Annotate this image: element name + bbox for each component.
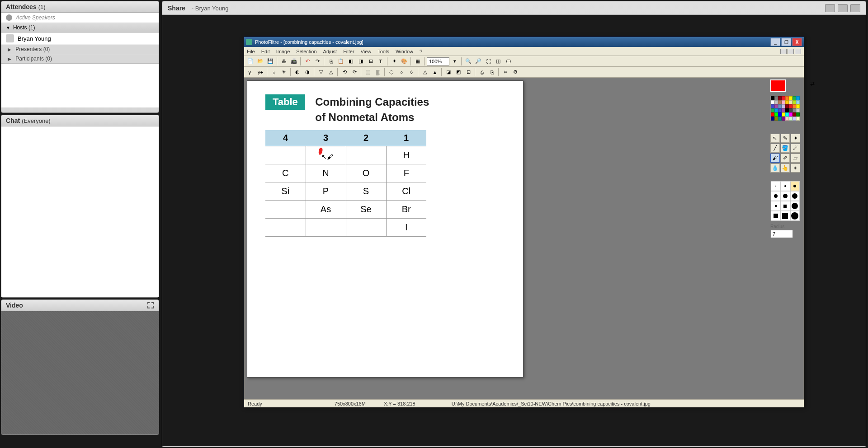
open-button[interactable]: 📂 [256,57,265,66]
resize-button[interactable]: ⊞ [366,57,375,66]
clone-tool[interactable]: ⌖ [791,163,800,173]
pointer-tool[interactable]: ↖ [770,134,780,143]
grayscale-button[interactable]: ░ [363,68,373,77]
swap-colors-icon[interactable]: ⇄ [810,80,815,87]
color-swatch[interactable] [793,104,796,108]
color-swatch[interactable] [789,108,793,112]
rotate-left-button[interactable]: ⟲ [340,68,349,77]
blur-tool[interactable]: 💧 [770,163,780,173]
zoom-input[interactable]: 100% [427,57,449,65]
color-swatch[interactable] [796,96,800,100]
relief-button[interactable]: ▲ [430,68,439,77]
minimize-button[interactable]: _ [770,38,780,46]
color-swatch[interactable] [782,108,785,112]
fill-tool[interactable]: 🪣 [781,144,790,153]
color-swatch[interactable] [782,100,785,104]
photomask1-button[interactable]: ◪ [444,68,453,77]
color-swatch[interactable] [789,104,793,108]
brush-9[interactable] [790,201,800,211]
brush-6[interactable] [790,191,800,201]
import-button[interactable]: ⎘ [487,68,496,77]
brush-10[interactable] [771,211,780,221]
color-swatch[interactable] [782,104,785,108]
brush-tool[interactable]: 🖌 [770,154,780,163]
close-button[interactable]: X [792,38,802,46]
color-swatch[interactable] [796,100,800,104]
color-swatch[interactable] [771,104,774,108]
color-swatch[interactable] [782,96,785,100]
explorer-button[interactable]: ▦ [413,57,422,66]
color-swatch[interactable] [785,112,789,117]
zoom-dropdown[interactable]: ▾ [450,57,459,66]
color-swatch[interactable] [793,108,796,112]
line-tool[interactable]: ╱ [770,144,780,153]
spray-tool[interactable]: ☄ [791,144,800,153]
text-button[interactable]: T [376,57,385,66]
new-button[interactable]: 📄 [246,57,255,66]
attendee-row[interactable]: Bryan Young [1,33,159,45]
menu-view[interactable]: View [361,49,372,54]
export-button[interactable]: ⎙ [477,68,486,77]
auto-button[interactable]: ✦ [390,57,399,66]
sat-minus-button[interactable]: ▽ [316,68,326,77]
brush-7[interactable] [771,201,780,211]
bright-plus-button[interactable]: ☀ [279,68,288,77]
color-swatch[interactable] [771,108,774,112]
scan-button[interactable]: 📠 [289,57,298,66]
color-swatch[interactable] [774,108,778,112]
canvas-area[interactable]: Table Combining Capacities of Nonmetal A… [244,78,804,399]
eraser-tool[interactable]: ▱ [791,154,800,163]
fullscreen-button[interactable] [850,4,860,12]
gamma-minus-button[interactable]: γ- [246,68,255,77]
gif-button[interactable]: ⌗ [501,68,510,77]
copy-button[interactable]: ⎘ [326,57,335,66]
sepia-button[interactable]: ▒ [373,68,382,77]
active-speakers-row[interactable]: Active Speakers [1,13,159,23]
brush-5[interactable] [780,191,790,201]
brush-12[interactable] [790,211,800,221]
color-swatch[interactable] [789,117,793,121]
menu-tools[interactable]: Tools [377,49,389,54]
save-button[interactable]: 💾 [266,57,275,66]
mdi-close-button[interactable] [795,49,801,54]
mdi-restore-button[interactable] [788,49,794,54]
color-swatch[interactable] [771,96,774,100]
menu-selection[interactable]: Selection [296,49,316,54]
fit-button[interactable]: ⛶ [484,57,493,66]
layout-button-1[interactable] [825,4,835,12]
color-swatch[interactable] [796,104,800,108]
hosts-group-row[interactable]: ▼ Hosts (1) [1,23,159,33]
color-swatch[interactable] [782,112,785,117]
menu-help[interactable]: ? [420,49,422,54]
menu-adjust[interactable]: Adjust [323,49,337,54]
layout-button-2[interactable] [838,4,848,12]
zoom-in-button[interactable]: 🔍 [464,57,473,66]
mdi-minimize-button[interactable] [780,49,787,54]
bright-minus-button[interactable]: ☼ [269,68,278,77]
module-button[interactable]: ◧ [346,57,355,66]
brush-3[interactable] [790,181,800,191]
color-swatch[interactable] [778,108,782,112]
rotate-right-button[interactable]: ⟳ [350,68,359,77]
fit-all-button[interactable]: ◫ [494,57,503,66]
color-button[interactable]: 🎨 [400,57,409,66]
color-swatch[interactable] [796,112,800,117]
color-swatch[interactable] [771,117,774,121]
brush-1[interactable] [771,181,780,191]
color-swatch[interactable] [789,100,793,104]
rgb-button[interactable]: ◨ [356,57,365,66]
print-button[interactable]: 🖶 [279,57,288,66]
sharpen-button[interactable]: ◊ [407,68,416,77]
fullscreen-icon[interactable] [147,302,154,309]
color-swatch[interactable] [785,100,789,104]
fullscreen-pf-button[interactable]: 🖵 [504,57,513,66]
color-swatch[interactable] [785,96,789,100]
advbrush-tool[interactable]: ✐ [781,154,790,163]
color-swatch[interactable] [785,117,789,121]
radius-input[interactable]: 7 [770,230,793,238]
color-swatch[interactable] [796,108,800,112]
color-swatch[interactable] [774,112,778,117]
pipette-tool[interactable]: ✎ [781,134,790,143]
blur-button[interactable]: ○ [397,68,406,77]
menu-image[interactable]: Image [276,49,290,54]
